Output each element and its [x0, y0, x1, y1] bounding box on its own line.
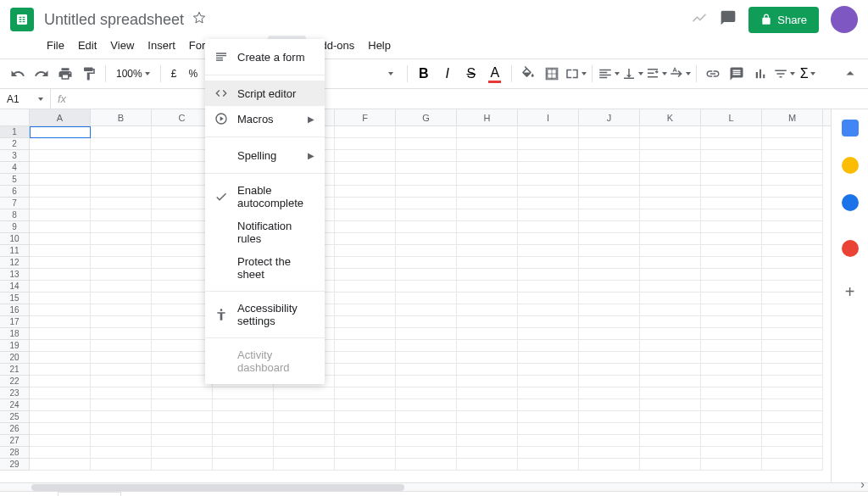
- cell[interactable]: [152, 221, 213, 233]
- col-header-G[interactable]: G: [396, 109, 457, 125]
- cell[interactable]: [152, 411, 213, 423]
- cell[interactable]: [640, 399, 701, 411]
- cell[interactable]: [30, 126, 91, 138]
- cell[interactable]: [457, 126, 518, 138]
- cell[interactable]: [91, 387, 152, 399]
- cell[interactable]: [457, 245, 518, 257]
- cell[interactable]: [152, 459, 213, 471]
- cell[interactable]: [274, 411, 335, 423]
- cell[interactable]: [640, 174, 701, 186]
- cell[interactable]: [762, 316, 823, 328]
- cell[interactable]: [518, 245, 579, 257]
- cell[interactable]: [762, 269, 823, 281]
- cell[interactable]: [91, 459, 152, 471]
- cell[interactable]: [152, 186, 213, 198]
- col-header-C[interactable]: C: [152, 109, 213, 125]
- cell[interactable]: [640, 340, 701, 352]
- cell[interactable]: [91, 411, 152, 423]
- cell[interactable]: [518, 221, 579, 233]
- cell[interactable]: [396, 364, 457, 376]
- cell[interactable]: [457, 281, 518, 293]
- cell[interactable]: [335, 174, 396, 186]
- menu-insert[interactable]: Insert: [142, 36, 181, 55]
- menu-file[interactable]: File: [41, 36, 70, 55]
- cell[interactable]: [762, 281, 823, 293]
- cell[interactable]: [701, 257, 762, 269]
- cell[interactable]: [640, 293, 701, 304]
- cell[interactable]: [152, 316, 213, 328]
- cell[interactable]: [335, 293, 396, 304]
- row-header[interactable]: 9: [0, 221, 30, 233]
- cell[interactable]: [152, 399, 213, 411]
- fill-color-button[interactable]: [517, 63, 539, 85]
- cell[interactable]: [335, 245, 396, 257]
- cell[interactable]: [91, 340, 152, 352]
- cell[interactable]: [701, 447, 762, 459]
- cell[interactable]: [91, 233, 152, 245]
- cell[interactable]: [91, 245, 152, 257]
- row-header[interactable]: 28: [0, 447, 30, 459]
- cell[interactable]: [701, 174, 762, 186]
- cell[interactable]: [30, 138, 91, 150]
- cell[interactable]: [701, 209, 762, 221]
- cell[interactable]: [579, 459, 640, 471]
- cell[interactable]: [640, 447, 701, 459]
- activity-icon[interactable]: [691, 9, 708, 30]
- cell[interactable]: [335, 221, 396, 233]
- italic-button[interactable]: I: [437, 63, 459, 85]
- merge-cells-button[interactable]: [565, 63, 587, 85]
- cell[interactable]: [579, 174, 640, 186]
- cell[interactable]: [762, 186, 823, 198]
- cell[interactable]: [762, 126, 823, 138]
- cell[interactable]: [335, 399, 396, 411]
- row-header[interactable]: 1: [0, 126, 30, 138]
- cell[interactable]: [152, 352, 213, 364]
- cell[interactable]: [91, 293, 152, 304]
- cell[interactable]: [396, 328, 457, 340]
- cell[interactable]: [762, 209, 823, 221]
- insert-comment-button[interactable]: [726, 63, 748, 85]
- cell[interactable]: [396, 257, 457, 269]
- cell[interactable]: [762, 423, 823, 435]
- cell[interactable]: [30, 411, 91, 423]
- cell[interactable]: [518, 174, 579, 186]
- cell[interactable]: [396, 316, 457, 328]
- cell[interactable]: [518, 387, 579, 399]
- cell[interactable]: [152, 233, 213, 245]
- cell[interactable]: [457, 340, 518, 352]
- row-header[interactable]: 14: [0, 281, 30, 293]
- cell[interactable]: [457, 399, 518, 411]
- cell[interactable]: [762, 293, 823, 304]
- row-header[interactable]: 7: [0, 198, 30, 209]
- cell[interactable]: [213, 447, 274, 459]
- cell[interactable]: [91, 209, 152, 221]
- cell[interactable]: [762, 150, 823, 162]
- cell[interactable]: [396, 150, 457, 162]
- cell[interactable]: [579, 387, 640, 399]
- cell[interactable]: [518, 316, 579, 328]
- col-header-M[interactable]: M: [762, 109, 823, 125]
- cell[interactable]: [762, 304, 823, 316]
- cell[interactable]: [457, 435, 518, 447]
- cell[interactable]: [30, 209, 91, 221]
- cell[interactable]: [762, 411, 823, 423]
- cell[interactable]: [335, 304, 396, 316]
- cell[interactable]: [30, 352, 91, 364]
- cell[interactable]: [457, 328, 518, 340]
- cell[interactable]: [762, 399, 823, 411]
- tasks-icon[interactable]: [842, 194, 859, 211]
- cell[interactable]: [640, 186, 701, 198]
- cell[interactable]: [640, 198, 701, 209]
- cell[interactable]: [396, 186, 457, 198]
- text-rotation-button[interactable]: [669, 63, 691, 85]
- cell[interactable]: [579, 269, 640, 281]
- cell[interactable]: [762, 364, 823, 376]
- cell[interactable]: [335, 459, 396, 471]
- cell[interactable]: [518, 150, 579, 162]
- cell[interactable]: [701, 269, 762, 281]
- menu-item-script-editor[interactable]: Script editor: [205, 81, 325, 106]
- cell[interactable]: [701, 245, 762, 257]
- cell[interactable]: [701, 411, 762, 423]
- cell[interactable]: [701, 459, 762, 471]
- cell[interactable]: [396, 269, 457, 281]
